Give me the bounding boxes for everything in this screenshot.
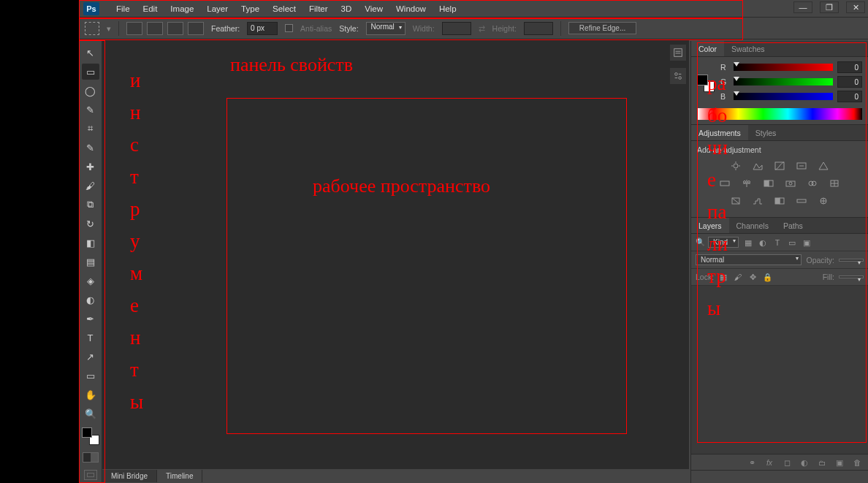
shape-tool[interactable]: ▭	[82, 368, 99, 384]
hand-tool[interactable]: ✋	[82, 387, 99, 403]
lock-all-icon[interactable]: 🔒	[762, 272, 772, 282]
curves-icon[interactable]	[773, 160, 786, 172]
fgbg-swatch[interactable]	[82, 427, 99, 445]
brush-tool[interactable]: 🖌	[82, 178, 99, 194]
color-spectrum[interactable]	[697, 108, 862, 120]
channel-G-value[interactable]	[837, 76, 862, 88]
filter-kind-select[interactable]: Kind	[708, 237, 739, 248]
threshold-icon[interactable]	[773, 195, 786, 207]
layers-list[interactable]	[691, 286, 868, 454]
lock-position-icon[interactable]: ✥	[747, 272, 758, 282]
fill-select[interactable]	[839, 275, 864, 278]
minimize-button[interactable]: —	[793, 1, 812, 13]
exposure-icon[interactable]	[795, 160, 808, 172]
crop-tool[interactable]: ⌗	[82, 121, 99, 137]
tab-layers[interactable]: Layers	[691, 218, 729, 233]
selection-subtract-button[interactable]	[167, 22, 183, 35]
color-balance-icon[interactable]	[740, 178, 753, 189]
menu-view[interactable]: View	[358, 1, 389, 17]
channel-G-slider[interactable]	[734, 78, 833, 85]
blend-mode-select[interactable]: Normal	[696, 254, 802, 265]
tab-timeline[interactable]: Timeline	[157, 470, 202, 482]
feather-input[interactable]	[247, 22, 278, 35]
bw-icon[interactable]	[762, 178, 775, 189]
filter-type-icon[interactable]: T	[772, 237, 783, 248]
refine-edge-button[interactable]: Refine Edge...	[568, 22, 636, 34]
new-fill-icon[interactable]: ◐	[799, 457, 810, 468]
photo-filter-icon[interactable]	[784, 178, 797, 189]
new-layer-icon[interactable]: ▣	[834, 457, 845, 468]
tab-swatches[interactable]: Swatches	[724, 41, 772, 56]
menu-image[interactable]: Image	[164, 1, 200, 17]
move-tool[interactable]: ↖	[82, 45, 99, 61]
zoom-tool[interactable]: 🔍	[82, 406, 99, 422]
antialias-checkbox[interactable]	[285, 24, 293, 32]
selective-color-icon[interactable]	[817, 195, 830, 207]
filter-smart-icon[interactable]: ▣	[802, 237, 812, 248]
menu-edit[interactable]: Edit	[137, 1, 164, 17]
menu-3d[interactable]: 3D	[335, 1, 359, 17]
foreground-background-swatch[interactable]	[697, 75, 715, 92]
tab-styles[interactable]: Styles	[748, 125, 784, 140]
filter-adjust-icon[interactable]: ◐	[758, 237, 768, 248]
link-layers-icon[interactable]: ⚭	[747, 457, 757, 468]
screen-mode-icon[interactable]	[84, 470, 97, 480]
selection-add-button[interactable]	[147, 22, 163, 35]
lasso-tool[interactable]: ◯	[82, 83, 99, 99]
maximize-button[interactable]: ❐	[820, 1, 839, 13]
new-group-icon[interactable]: 🗀	[817, 457, 827, 468]
type-tool[interactable]: T	[82, 330, 99, 346]
pen-tool[interactable]: ✒	[82, 311, 99, 327]
marquee-tool[interactable]: ▭	[82, 64, 99, 80]
posterize-icon[interactable]	[751, 195, 764, 207]
channel-B-value[interactable]	[837, 91, 862, 102]
menu-help[interactable]: Help	[433, 1, 463, 17]
tab-paths[interactable]: Paths	[776, 218, 810, 233]
gradient-tool[interactable]: ▤	[82, 254, 99, 270]
close-button[interactable]: ✕	[846, 1, 865, 13]
healing-tool[interactable]: ✚	[82, 159, 99, 175]
history-brush-tool[interactable]: ↻	[82, 216, 99, 232]
selection-new-button[interactable]	[126, 22, 142, 35]
filter-shape-icon[interactable]: ▭	[787, 237, 797, 248]
gradient-map-icon[interactable]	[795, 195, 808, 207]
history-panel-icon[interactable]	[669, 44, 687, 61]
path-select-tool[interactable]: ↗	[82, 349, 99, 365]
opacity-select[interactable]	[839, 259, 864, 262]
invert-icon[interactable]	[729, 195, 742, 207]
eyedropper-tool[interactable]: ✎	[82, 140, 99, 156]
hue-sat-icon[interactable]	[718, 178, 731, 189]
tab-mini-bridge[interactable]: Mini Bridge	[102, 470, 157, 482]
layer-fx-icon[interactable]: fx	[764, 457, 774, 468]
tab-adjustments[interactable]: Adjustments	[691, 125, 748, 140]
delete-layer-icon[interactable]: 🗑	[852, 457, 862, 468]
quickmask-toggle[interactable]	[83, 452, 99, 463]
channel-mixer-icon[interactable]	[806, 178, 819, 189]
menu-window[interactable]: Window	[389, 1, 433, 17]
lut-icon[interactable]	[828, 178, 841, 189]
quick-select-tool[interactable]: ✎	[82, 102, 99, 118]
menu-select[interactable]: Select	[266, 1, 302, 17]
tab-channels[interactable]: Channels	[729, 218, 776, 233]
channel-B-slider[interactable]	[734, 93, 833, 100]
tab-color[interactable]: Color	[691, 41, 724, 56]
blur-tool[interactable]: ◈	[82, 273, 99, 289]
dodge-tool[interactable]: ◐	[82, 292, 99, 308]
selection-intersect-button[interactable]	[188, 22, 204, 35]
channel-R-value[interactable]	[837, 61, 862, 73]
menu-file[interactable]: File	[110, 1, 137, 17]
menu-type[interactable]: Type	[235, 1, 266, 17]
lock-transparent-icon[interactable]: ▦	[718, 272, 728, 282]
canvas-workspace[interactable]	[102, 39, 689, 468]
style-select[interactable]: Normal	[366, 22, 406, 35]
properties-panel-icon[interactable]	[669, 67, 687, 85]
brightness-icon[interactable]	[729, 160, 742, 172]
menu-layer[interactable]: Layer	[200, 1, 235, 17]
lock-image-icon[interactable]: 🖌	[733, 272, 743, 282]
channel-R-slider[interactable]	[734, 64, 833, 71]
levels-icon[interactable]	[751, 160, 764, 172]
marquee-icon[interactable]	[85, 22, 99, 35]
menu-filter[interactable]: Filter	[302, 1, 335, 17]
clone-tool[interactable]: ⧉	[82, 197, 99, 213]
eraser-tool[interactable]: ◧	[82, 235, 99, 251]
